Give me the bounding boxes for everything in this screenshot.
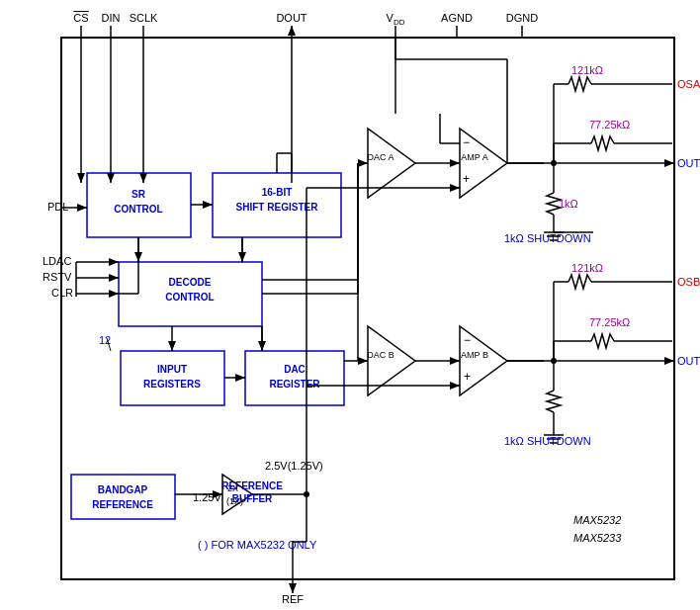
dout-label: DOUT	[276, 12, 306, 24]
amp-a-minus: −	[463, 135, 470, 149]
svg-rect-0	[61, 38, 674, 579]
rstv-label: RSTV	[43, 271, 72, 283]
ldac-label: LDAC	[43, 255, 71, 267]
sr-control-label2: CONTROL	[114, 204, 162, 215]
dac-b-label: DAC B	[367, 350, 394, 360]
svg-marker-32	[109, 290, 119, 298]
r77k-b-label: 77.25kΩ	[589, 316, 630, 328]
r77k-a-label: 77.25kΩ	[589, 119, 630, 131]
max5232-note: ( ) FOR MAX5232 ONLY	[198, 539, 317, 551]
sr-control-label: SR	[131, 189, 146, 200]
svg-marker-22	[203, 201, 213, 209]
dac-a-label: DAC A	[367, 152, 394, 162]
svg-marker-30	[109, 274, 119, 282]
diagram-container: CS DIN SCLK DOUT VDD AGND DGND SR CONTRO…	[0, 0, 700, 610]
dac-reg-label1: DAC	[284, 364, 306, 375]
shift-reg-label1: 16-BIT	[262, 187, 293, 198]
ref-label: REF	[282, 593, 304, 605]
svg-marker-106	[450, 382, 460, 390]
dac-reg-label2: REGISTER	[269, 379, 320, 390]
svg-marker-41	[168, 341, 176, 351]
shutdown-b-label: 1kΩ SHUTDOWN	[504, 435, 591, 447]
chip-name1: MAX5232	[573, 514, 621, 526]
ref-buf-label1: REFERENCE	[221, 480, 283, 491]
sclk-label: SCLK	[130, 12, 158, 24]
svg-marker-3	[77, 173, 85, 183]
amp-a-label: AMP A	[461, 152, 487, 162]
amp-b-label: AMP B	[461, 350, 488, 360]
input-reg-label2: REGISTERS	[143, 379, 201, 390]
svg-marker-19	[77, 204, 87, 212]
vdd-label: VDD	[387, 12, 405, 27]
svg-marker-9	[139, 173, 147, 183]
svg-marker-108	[450, 184, 460, 192]
osa-label: OSA	[677, 78, 700, 90]
chip-name2: MAX5233	[573, 532, 622, 544]
din-label: DIN	[102, 12, 121, 24]
agnd-label: AGND	[441, 12, 473, 24]
svg-marker-111	[289, 583, 297, 593]
cs-label: CS	[73, 12, 88, 24]
svg-marker-45	[235, 374, 245, 382]
svg-marker-12	[288, 26, 296, 36]
svg-marker-6	[107, 173, 115, 183]
osb-label: OSB	[677, 276, 700, 288]
svg-marker-64	[664, 159, 674, 167]
dgnd-label: DGND	[506, 12, 538, 24]
input-reg-label1: INPUT	[157, 364, 187, 375]
r121k-b-label: 121kΩ	[571, 262, 603, 274]
r121k-a-label: 121kΩ	[571, 64, 603, 76]
shutdown-a-label: 1kΩ SHUTDOWN	[504, 232, 591, 244]
amp-b-plus: +	[464, 370, 471, 384]
svg-marker-28	[109, 258, 119, 266]
v25-label: 2.5V(1.25V)	[265, 460, 323, 472]
bandgap-label1: BANDGAP	[98, 484, 148, 495]
pdl-label: PDL	[47, 201, 68, 213]
outa-label: OUTA	[677, 157, 700, 169]
amp-b-minus: −	[464, 333, 471, 347]
svg-marker-76	[664, 357, 674, 365]
svg-marker-92	[450, 159, 460, 167]
svg-marker-94	[450, 357, 460, 365]
outb-label: OUTB	[677, 355, 700, 367]
svg-rect-98	[71, 475, 175, 519]
decode-ctrl-label2: CONTROL	[165, 292, 214, 303]
r1k-a-label: 1kΩ	[559, 198, 578, 210]
clr-label: CLR	[51, 287, 73, 299]
amp-a-plus: +	[463, 172, 470, 186]
decode-ctrl-label1: DECODE	[169, 277, 212, 288]
bandgap-label2: REFERENCE	[92, 499, 153, 510]
